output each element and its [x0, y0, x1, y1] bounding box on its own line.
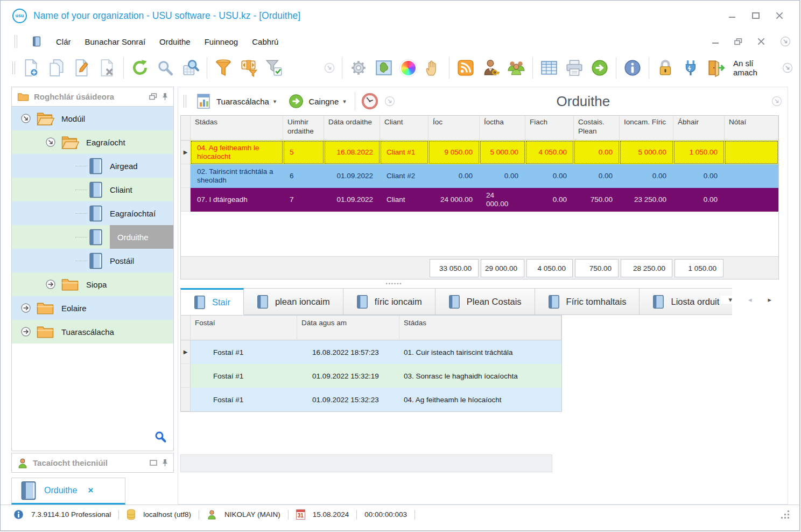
- cell-date[interactable]: 16.08.2022: [324, 141, 380, 164]
- cell-status[interactable]: 04. Ag feitheamh le híocaíocht: [191, 141, 283, 164]
- cell-fiach[interactable]: 0.00: [525, 164, 574, 188]
- cell-ioc[interactable]: 24 000.00: [428, 188, 480, 212]
- column-header[interactable]: Costais. Plean: [574, 116, 620, 141]
- cell-number[interactable]: 5: [283, 141, 324, 164]
- plug-connection-icon[interactable]: [681, 59, 700, 77]
- column-header[interactable]: Íoc: [428, 116, 480, 141]
- column-header[interactable]: Uimhir ordaithe: [283, 116, 324, 141]
- cell-abhair[interactable]: 0.00: [673, 188, 725, 212]
- collapse-icon[interactable]: [20, 113, 31, 124]
- cell-abhair[interactable]: 0.00: [673, 164, 725, 188]
- tab-scroll-right-icon[interactable]: ▸: [768, 296, 771, 304]
- tree-item-tuarascalacha[interactable]: Tuarascálacha: [12, 320, 173, 344]
- menu-item-orduithe[interactable]: Orduithe: [159, 37, 191, 46]
- tab-liosta-orduithe[interactable]: Liosta orduit: [640, 288, 732, 315]
- cell-employee[interactable]: Fostaí #1: [191, 364, 297, 388]
- users-group-icon[interactable]: [507, 59, 525, 77]
- exit-label[interactable]: An slí amach: [733, 59, 772, 77]
- tree-item-siopa[interactable]: Siopa: [12, 272, 173, 296]
- open-document-tab-orduithe[interactable]: Orduithe ×: [11, 478, 125, 505]
- settings-gear-icon[interactable]: [349, 59, 368, 77]
- cell-datetime[interactable]: 01.09.2022 15:32:23: [297, 388, 399, 411]
- order-row-3[interactable]: 07. I dtáirgeadh 7 01.09.2022 Cliant 24 …: [181, 188, 778, 212]
- tab-plean-ioncaim[interactable]: plean ioncaim: [244, 288, 343, 315]
- menu-item-cabhru[interactable]: Cabhrú: [252, 37, 278, 46]
- cell-ioncam[interactable]: 23 250.00: [620, 188, 673, 212]
- tab-stair[interactable]: Stair: [180, 288, 244, 315]
- rss-feed-icon[interactable]: [456, 59, 475, 77]
- cell-ioctha[interactable]: 0.00: [480, 164, 525, 188]
- cell-client[interactable]: Cliant #1: [380, 141, 428, 164]
- close-button[interactable]: [776, 12, 783, 19]
- pin-icon[interactable]: [162, 459, 168, 467]
- cell-status[interactable]: 07. I dtáirgeadh: [191, 188, 283, 212]
- cell-ioctha[interactable]: 24 000.00: [480, 188, 525, 212]
- cell-ioncam[interactable]: 5 000.00: [620, 141, 673, 164]
- collapse-icon[interactable]: [45, 137, 56, 148]
- hand-icon[interactable]: [424, 59, 442, 77]
- tree-item-eagraiochtai[interactable]: Eagraíochtaí: [12, 201, 173, 225]
- edit-record-icon[interactable]: [73, 59, 91, 77]
- chevron-down-circle-icon[interactable]: [324, 62, 335, 73]
- chevron-down-circle-icon[interactable]: [771, 96, 782, 107]
- cell-number[interactable]: 7: [283, 188, 324, 212]
- column-header[interactable]: Cliant: [380, 116, 428, 141]
- go-next-icon[interactable]: [591, 59, 609, 77]
- cell-fiach[interactable]: 0.00: [525, 188, 574, 212]
- tree-item-moduil[interactable]: Modúil: [12, 107, 173, 130]
- cell-date[interactable]: 01.09.2022: [324, 164, 380, 188]
- cell-status[interactable]: 01. Cuir isteach tairiscint tráchtála: [399, 340, 561, 364]
- toolbar-grip[interactable]: [15, 35, 17, 48]
- delete-record-icon[interactable]: [98, 59, 116, 77]
- tree-search-button[interactable]: [154, 430, 167, 445]
- cell-abhair[interactable]: 1 050.00: [673, 141, 725, 164]
- cell-datetime[interactable]: 16.08.2022 18:57:23: [297, 340, 399, 364]
- menu-item-clar[interactable]: Clár: [56, 37, 71, 46]
- expand-icon[interactable]: [20, 326, 31, 337]
- minimize-button[interactable]: [728, 12, 736, 19]
- info-icon[interactable]: [623, 59, 642, 77]
- history-row-1[interactable]: ▶ Fostaí #1 16.08.2022 18:57:23 01. Cuir…: [181, 340, 561, 364]
- cell-ioncam[interactable]: 0.00: [620, 164, 673, 188]
- cell-number[interactable]: 6: [283, 164, 324, 188]
- user-access-icon[interactable]: [482, 59, 500, 77]
- tree-item-orduithe-selected[interactable]: Orduithe: [12, 225, 173, 249]
- map-icon[interactable]: [375, 59, 393, 77]
- horizontal-splitter[interactable]: ••••••: [178, 279, 788, 288]
- cell-ioc[interactable]: 9 050.00: [428, 141, 480, 164]
- tab-plean-costais[interactable]: Plean Costais: [435, 288, 535, 315]
- cell-notai[interactable]: [725, 141, 778, 164]
- chevron-down-circle-icon[interactable]: [384, 96, 395, 107]
- menu-item-bunachar-sonrai[interactable]: Bunachar Sonraí: [85, 37, 146, 46]
- resize-grip[interactable]: [781, 510, 790, 519]
- cell-employee[interactable]: Fostaí #1: [191, 340, 297, 364]
- tree-item-airgead[interactable]: Airgead: [12, 154, 173, 178]
- toolbar-grip[interactable]: [184, 95, 186, 108]
- tab-scroll-left-icon[interactable]: ◂: [748, 296, 752, 304]
- tab-menu-icon[interactable]: ▾: [728, 296, 732, 304]
- column-header[interactable]: Fostaí: [191, 316, 297, 340]
- cell-status[interactable]: 02. Tairiscint tráchtála a sheoladh: [191, 164, 283, 188]
- exit-door-icon[interactable]: [707, 59, 725, 77]
- cell-notai[interactable]: [725, 188, 778, 212]
- cell-costais[interactable]: 0.00: [574, 164, 620, 188]
- filter-columns-icon[interactable]: [240, 59, 258, 77]
- close-document-icon[interactable]: ×: [88, 485, 93, 496]
- cell-ioctha[interactable]: 5 000.00: [480, 141, 525, 164]
- column-header[interactable]: Ábhair: [673, 116, 725, 141]
- chevron-down-circle-icon[interactable]: [780, 36, 791, 47]
- filter-apply-icon[interactable]: [265, 59, 283, 77]
- column-header[interactable]: Dáta agus am: [297, 316, 399, 340]
- print-icon[interactable]: [565, 59, 584, 77]
- color-wheel-icon[interactable]: [400, 60, 417, 76]
- cell-status[interactable]: 03. Sonrasc le haghaidh íocaíochta: [399, 364, 561, 388]
- column-header[interactable]: Dáta ordaithe: [324, 116, 380, 141]
- expand-icon[interactable]: [45, 279, 56, 290]
- toolbar-grip[interactable]: [12, 61, 15, 74]
- column-header[interactable]: Nótaí: [725, 116, 778, 141]
- order-row-1[interactable]: ▶ 04. Ag feitheamh le híocaíocht 5 16.08…: [181, 141, 778, 164]
- tree-item-postail[interactable]: Postáil: [12, 249, 173, 272]
- tree-item-cliaint[interactable]: Cliaint: [12, 178, 173, 201]
- copy-record-icon[interactable]: [47, 59, 66, 77]
- pin-icon[interactable]: [162, 93, 168, 101]
